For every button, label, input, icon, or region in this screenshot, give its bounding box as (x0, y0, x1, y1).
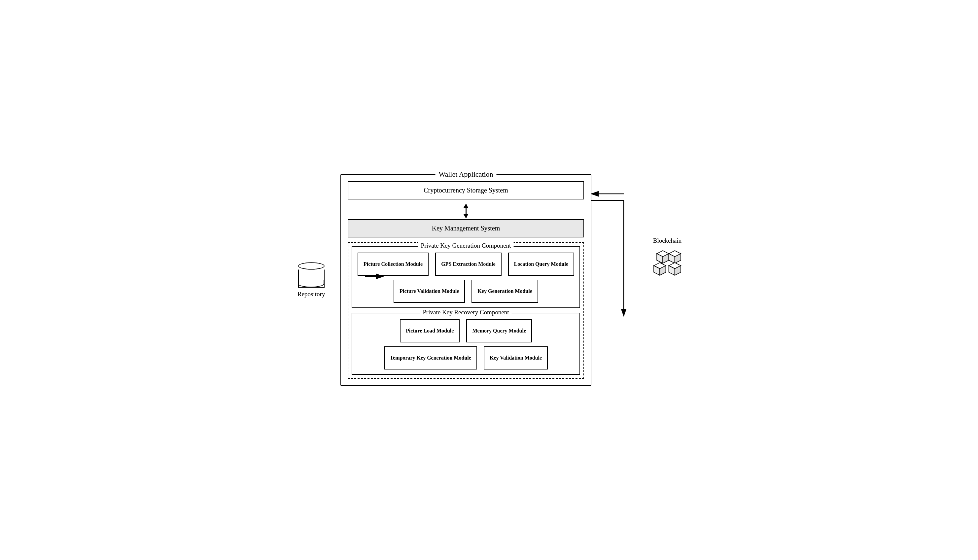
generation-modules-grid: Picture Collection Module GPS Extraction… (357, 253, 575, 303)
blockchain-label: Blockchain (653, 237, 682, 244)
blockchain-icon (649, 248, 685, 281)
location-query-module: Location Query Module (508, 253, 574, 276)
picture-load-module: Picture Load Module (400, 319, 460, 342)
key-generation-module: Key Generation Module (472, 280, 538, 303)
recovery-component-label: Private Key Recovery Component (420, 309, 511, 316)
recovery-row-1: Picture Load Module Memory Query Module (357, 319, 575, 342)
recovery-component: Private Key Recovery Component Picture L… (352, 313, 580, 375)
key-management: Key Management System (348, 219, 584, 237)
memory-query-module: Memory Query Module (466, 319, 532, 342)
generation-component-label: Private Key Generation Component (418, 242, 514, 249)
repository-label: Repository (298, 290, 325, 298)
generation-row-1: Picture Collection Module GPS Extraction… (357, 253, 575, 276)
key-validation-module: Key Validation Module (484, 347, 548, 370)
diagram-wrapper: Repository Blockchain Wa (340, 174, 638, 386)
wallet-application: Wallet Application Cryptocurrency Storag… (340, 174, 591, 386)
generation-row-2: Picture Validation Module Key Generation… (357, 280, 575, 303)
inner-dashed-container: Private Key Generation Component Picture… (348, 242, 584, 379)
picture-validation-module: Picture Validation Module (393, 280, 465, 303)
wallet-app-label: Wallet Application (435, 170, 496, 178)
picture-collection-module: Picture Collection Module (358, 253, 428, 276)
repository: Repository (298, 262, 325, 298)
gps-extraction-module: GPS Extraction Module (435, 253, 501, 276)
double-arrow (348, 203, 584, 219)
key-management-label: Key Management System (432, 225, 500, 232)
crypto-storage: Cryptocurrency Storage System (348, 181, 584, 200)
generation-component: Private Key Generation Component Picture… (352, 246, 580, 308)
recovery-modules-grid: Picture Load Module Memory Query Module … (357, 319, 575, 370)
cylinder-icon (298, 262, 325, 288)
crypto-storage-label: Cryptocurrency Storage System (424, 187, 508, 194)
blockchain: Blockchain (649, 237, 685, 281)
double-arrow-shaft (466, 204, 467, 218)
temporary-key-generation-module: Temporary Key Generation Module (384, 347, 477, 370)
recovery-row-2: Temporary Key Generation Module Key Vali… (357, 347, 575, 370)
